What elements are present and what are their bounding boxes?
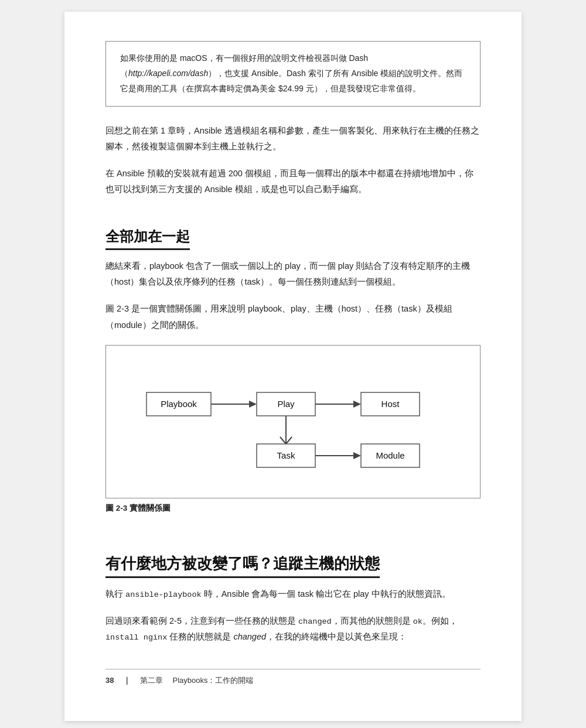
paragraph-4: 圖 2-3 是一個實體關係圖，用來說明 playbook、play、主機（hos… (105, 301, 481, 333)
svg-marker-16 (353, 452, 361, 459)
svg-line-11 (280, 437, 286, 444)
figure-caption: 圖 2-3 實體關係圖 (105, 503, 481, 514)
svg-text:Playbook: Playbook (161, 399, 197, 409)
blockquote-text: 如果你使用的是 macOS，有一個很好用的說明文件檢視器叫做 Dash（http… (120, 53, 462, 93)
footer: 38 ｜ 第二章 Playbooks：工作的開端 (105, 669, 481, 686)
diagram-svg: Playbook Play Host (129, 369, 457, 474)
page: 如果你使用的是 macOS，有一個很好用的說明文件檢視器叫做 Dash（http… (64, 12, 522, 721)
svg-text:Host: Host (381, 399, 400, 409)
blockquote-box: 如果你使用的是 macOS，有一個很好用的說明文件檢視器叫做 Dash（http… (105, 41, 481, 107)
italic-changed: changed (233, 632, 266, 641)
paragraph-5: 執行 ansible-playbook 時，Ansible 會為每一個 task… (105, 586, 481, 603)
svg-line-12 (286, 437, 292, 444)
paragraph-1: 回想之前在第 1 章時，Ansible 透過模組名稱和參數，產生一個客製化、用來… (105, 123, 481, 155)
code-ok: ok (413, 617, 423, 626)
svg-text:Play: Play (277, 399, 295, 409)
footer-separator: ｜ (123, 675, 131, 686)
paragraph-6: 回過頭來看範例 2-5，注意到有一些任務的狀態是 changed，而其他的狀態則… (105, 613, 481, 645)
footer-subtitle: Playbooks：工作的開端 (172, 675, 253, 686)
section-title-1: 全部加在一起 (105, 209, 481, 258)
svg-text:Task: Task (277, 450, 295, 460)
section-title-2: 有什麼地方被改變了嗎？追蹤主機的狀態 (105, 530, 481, 586)
paragraph-3: 總結來看，playbook 包含了一個或一個以上的 play，而一個 play … (105, 258, 481, 290)
footer-page-number: 38 (105, 676, 114, 685)
svg-text:Module: Module (376, 450, 404, 460)
footer-chapter: 第二章 (140, 675, 163, 686)
code-ansible-playbook: ansible-playbook (125, 590, 202, 599)
svg-marker-3 (249, 401, 257, 408)
code-install-nginx: install nginx (105, 633, 167, 642)
paragraph-2: 在 Ansible 預載的安裝就有超過 200 個模組，而且每一個釋出的版本中都… (105, 166, 481, 198)
diagram-container: Playbook Play Host (105, 345, 481, 498)
svg-marker-7 (353, 401, 361, 408)
diagram-svg-wrapper: Playbook Play Host (118, 363, 468, 480)
code-changed: changed (298, 617, 332, 626)
